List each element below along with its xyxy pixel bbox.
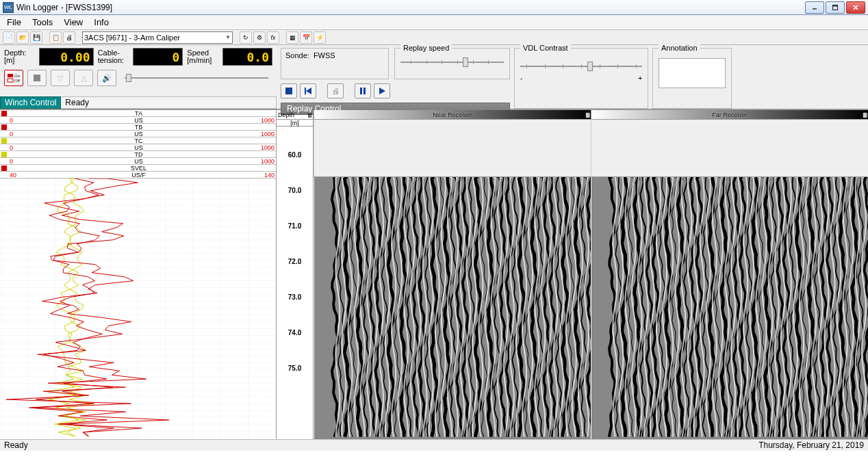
app-name: Win Logger [16, 3, 58, 12]
svg-rect-5 [8, 74, 13, 77]
app-icon: WL [3, 2, 14, 13]
tension-label: Cable-tension: [98, 49, 129, 64]
depth-header-label: Depth [278, 111, 294, 118]
statusbar: Ready Thursday, February 21, 2019 [0, 439, 868, 451]
titlebar: WL Win Logger - [FWSS1399] [0, 0, 868, 15]
tool-settings-icon[interactable]: ⚙ [253, 31, 266, 44]
up-button[interactable]: △ [74, 70, 93, 86]
sonde-panel: Sonde: FWSS [281, 48, 389, 79]
menu-view[interactable]: View [60, 16, 87, 29]
stop-button[interactable] [27, 70, 47, 86]
near-receiver-header: Near Receiver||||| [314, 110, 591, 119]
depth-unit: [m] [277, 120, 313, 127]
depth-readout: 0.00 [39, 48, 93, 66]
depth-scale: 60.070.071.072.073.074.075.0 [277, 127, 313, 439]
replay-rewind-button[interactable] [300, 83, 316, 98]
toolbar: 📄 📂 💾 📋 🖨 3ACS [9671] - 3-Arm Caliper ▼ … [0, 30, 868, 45]
menu-info[interactable]: Info [90, 16, 113, 29]
far-receiver-header: Far Receiver||||| [591, 110, 868, 119]
svg-rect-11 [305, 88, 306, 94]
sound-button[interactable]: 🔊 [97, 70, 116, 86]
tool-copy-icon[interactable]: 📋 [49, 31, 62, 44]
doc-name: [FWSS1399] [66, 3, 112, 12]
window-title: Win Logger - [FWSS1399] [16, 3, 805, 12]
svg-rect-14 [363, 88, 366, 94]
barcode-icon: ||||| [586, 111, 589, 118]
svg-marker-12 [306, 88, 311, 94]
svg-text:Off: Off [14, 79, 20, 83]
replay-speed-group: Replay speed [394, 48, 510, 79]
speed-label: Speed[m/min] [187, 49, 218, 64]
svg-marker-15 [379, 88, 385, 94]
curve-plot[interactable] [0, 178, 276, 439]
status-left: Ready [4, 440, 28, 450]
controls-panel: Depth:[m] 0.00 Cable-tension: 0 Speed[m/… [0, 45, 868, 109]
barcode-icon: ||||| [863, 111, 867, 118]
chevron-down-icon: ▼ [225, 34, 231, 40]
tension-readout: 0 [133, 48, 183, 66]
vdl-plus-label: + [638, 75, 642, 82]
down-button[interactable]: ▽ [51, 70, 70, 86]
replay-speed-legend: Replay speed [400, 44, 452, 52]
replay-speed-slider[interactable] [400, 55, 504, 69]
tool-print-icon[interactable]: 🖨 [63, 31, 75, 44]
svg-rect-9 [34, 75, 40, 81]
annotation-group: Annotation [652, 48, 732, 109]
sonde-selector[interactable]: 3ACS [9671] - 3-Arm Caliper ▼ [82, 31, 233, 44]
replay-play-button[interactable] [374, 83, 390, 98]
tool-refresh-icon[interactable]: ↻ [240, 31, 252, 44]
vdl-contrast-legend: VDL Contrast [520, 44, 571, 52]
vdl-contrast-slider[interactable] [520, 59, 642, 73]
winch-status: Ready [61, 96, 277, 109]
svg-rect-6 [8, 79, 13, 82]
menu-file[interactable]: File [3, 16, 25, 29]
vdl-contrast-group: VDL Contrast - + [514, 48, 648, 109]
minimize-button[interactable] [805, 1, 824, 14]
tool-flash-icon[interactable]: ⚡ [314, 31, 326, 44]
replay-print-button[interactable]: 🖨 [327, 83, 344, 98]
data-area: TA0US1000TB0US1000TC0US1000TD0US1000SVEL… [0, 109, 868, 439]
tool-fx-icon[interactable]: fx [267, 31, 279, 44]
status-right: Thursday, February 21, 2019 [758, 440, 864, 450]
svg-text:On: On [14, 74, 20, 78]
tool-calendar-icon[interactable]: 📅 [300, 31, 312, 44]
depth-column: Depth ||||| [m] 60.070.071.072.073.074.0… [277, 110, 314, 439]
sonde-selector-value: 3ACS [9671] - 3-Arm Caliper [84, 34, 180, 42]
near-receiver-pane[interactable] [314, 177, 591, 439]
tool-grid-icon[interactable]: ▦ [286, 31, 298, 44]
menubar: File Tools View Info [0, 15, 868, 30]
curves-column: TA0US1000TB0US1000TC0US1000TD0US1000SVEL… [0, 110, 277, 439]
curve-header: TA0US1000TB0US1000TC0US1000TD0US1000SVEL… [0, 110, 276, 178]
depth-label: Depth:[m] [4, 49, 35, 64]
replay-stop-button[interactable] [281, 83, 297, 98]
menu-tools[interactable]: Tools [28, 16, 57, 29]
tool-new-icon[interactable]: 📄 [3, 31, 15, 44]
winch-control-label[interactable]: Winch Control [0, 96, 61, 109]
annotation-input[interactable] [659, 58, 726, 88]
sonde-label: Sonde: [285, 51, 309, 59]
maximize-button[interactable] [826, 1, 845, 14]
close-button[interactable] [846, 1, 865, 14]
svg-rect-13 [360, 88, 362, 94]
tool-save-icon[interactable]: 💾 [30, 31, 42, 44]
record-toggle-button[interactable]: OnOff [4, 70, 23, 86]
vdl-minus-label: - [520, 75, 522, 82]
winch-slider[interactable] [120, 70, 272, 86]
speed-readout: 0.0 [222, 48, 272, 66]
replay-pause-button[interactable] [355, 83, 371, 98]
annotation-legend: Annotation [659, 44, 700, 52]
svg-rect-2 [833, 5, 838, 6]
far-receiver-pane[interactable] [591, 177, 868, 439]
vdl-column: Near Receiver||||| Far Receiver||||| [314, 110, 868, 439]
svg-rect-10 [285, 88, 292, 94]
barcode-icon: ||||| [308, 111, 311, 118]
tool-open-icon[interactable]: 📂 [16, 31, 29, 44]
sonde-value: FWSS [314, 51, 335, 59]
